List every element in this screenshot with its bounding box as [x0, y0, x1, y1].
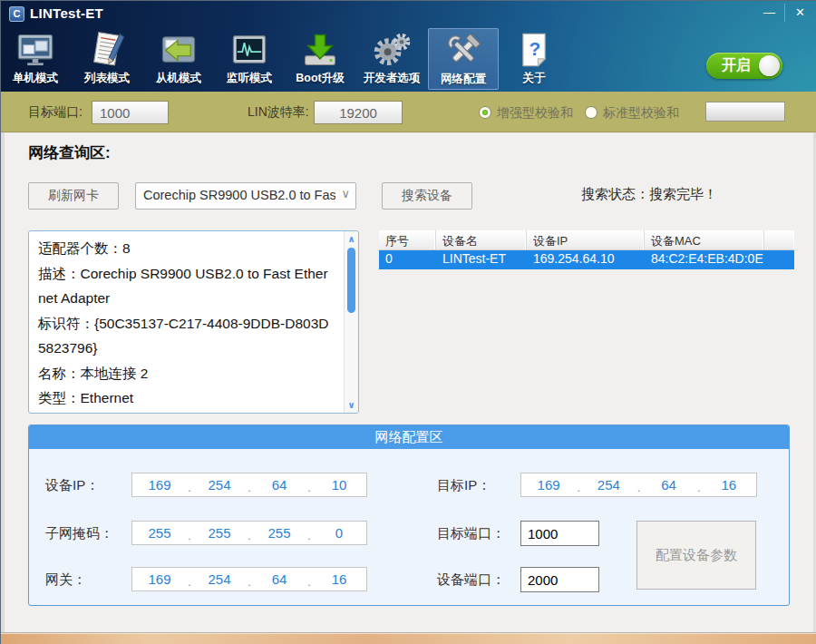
monitor-icon — [15, 30, 55, 70]
wrench-hammer-icon — [443, 31, 483, 71]
svg-text:?: ? — [529, 38, 541, 59]
toolbar-item-developer-options[interactable]: 开发者选项 — [356, 28, 427, 90]
toolbar-item-listen-mode[interactable]: 监听模式 — [214, 28, 285, 90]
info-line: 地址：84:C2:E4:EB:4D:0E — [38, 411, 334, 415]
device-port-input[interactable] — [520, 567, 599, 592]
column-header-device-mac[interactable]: 设备MAC — [645, 230, 764, 249]
column-header-spacer — [764, 230, 794, 249]
column-header-index[interactable]: 序号 — [379, 230, 436, 249]
parameter-bar: 目标端口: LIN波特率: 增强型校验和 标准型校验和 — [1, 92, 816, 132]
info-line: 名称：本地连接 2 — [38, 361, 334, 386]
scroll-down-icon[interactable]: ∨ — [345, 398, 358, 412]
download-drive-icon — [300, 30, 340, 70]
toolbar-item-network-config[interactable]: 网络配置 — [428, 28, 499, 90]
scrollbar-thumb[interactable] — [347, 248, 355, 313]
window-back-arrow-icon — [159, 30, 199, 70]
network-config-panel: 网络配置区 设备IP： 169.254.64.10 子网掩码： 255.255.… — [28, 424, 790, 606]
config-target-port-label: 目标端口： — [437, 525, 505, 542]
top-bar: C LINTest-ET — ✕ 单机模式 — [1, 1, 816, 92]
scroll-up-icon[interactable]: ∧ — [345, 232, 358, 246]
list-notes-icon — [87, 30, 127, 70]
config-panel-title: 网络配置区 — [29, 425, 789, 449]
gateway-field[interactable]: 169.254.64.16 — [131, 567, 367, 591]
search-status-text: 搜索状态：搜索完毕！ — [581, 186, 717, 203]
close-icon[interactable]: ✕ — [785, 1, 815, 25]
target-ip-label: 目标IP： — [437, 477, 491, 494]
target-port-input[interactable] — [92, 101, 169, 124]
device-ip-field[interactable]: 169.254.64.10 — [131, 473, 367, 497]
toolbar-item-list-mode[interactable]: 列表模式 — [72, 28, 142, 90]
info-line: 标识符：{50C35137-C217-4408-9DDB-D803D582379… — [38, 311, 334, 361]
window-controls: — ✕ — [754, 1, 815, 25]
apply-config-button[interactable]: 配置设备参数 — [636, 521, 756, 590]
window-title: LINTest-ET — [30, 5, 103, 21]
bottom-strip — [1, 632, 816, 644]
standard-checksum-label: 标准型校验和 — [603, 105, 679, 122]
toolbar-item-single-mode[interactable]: 单机模式 — [0, 28, 71, 90]
toolbar-item-about[interactable]: ? 关于 — [499, 28, 569, 90]
adapter-info-box[interactable]: 适配器个数：8 描述：Corechip SR9900 USB2.0 to Fas… — [28, 230, 359, 414]
info-line: 适配器个数：8 — [38, 236, 334, 261]
column-header-device-name[interactable]: 设备名 — [436, 230, 527, 249]
adapter-dropdown-value: Corechip SR9900 USB2.0 to Fast Ethernet … — [143, 188, 335, 202]
query-section-heading: 网络查询区: — [28, 142, 111, 163]
table-row[interactable]: 0 LINTest-ET 169.254.64.10 84:C2:E4:EB:4… — [379, 250, 794, 269]
info-line: 描述：Corechip SR9900 USB2.0 to Fast Ethern… — [38, 261, 334, 311]
vertical-scrollbar[interactable]: ∧ ∨ — [344, 231, 358, 413]
enhanced-checksum-label: 增强型校验和 — [497, 105, 573, 122]
title-bar: C LINTest-ET — ✕ — [1, 1, 816, 26]
standard-checksum-radio[interactable] — [585, 106, 597, 119]
config-target-port-input[interactable] — [520, 521, 599, 546]
toolbar-item-slave-mode[interactable]: 从机模式 — [143, 28, 214, 90]
device-table-header: 序号 设备名 设备IP 设备MAC — [379, 230, 794, 250]
adapter-dropdown[interactable]: Corechip SR9900 USB2.0 to Fast Ethernet … — [135, 182, 356, 210]
baud-rate-input[interactable] — [314, 101, 403, 124]
app-icon: C — [9, 6, 24, 22]
device-table: 序号 设备名 设备IP 设备MAC 0 LINTest-ET 169.254.6… — [379, 230, 794, 269]
device-port-label: 设备端口： — [437, 571, 505, 589]
gateway-label: 网关： — [45, 571, 86, 589]
info-line: 类型：Ethernet — [38, 385, 334, 411]
power-toggle[interactable]: 开启 — [706, 53, 782, 79]
gears-icon — [372, 30, 412, 70]
minimize-icon[interactable]: — — [754, 1, 784, 25]
progress-bar — [705, 102, 785, 122]
adapter-info-text: 适配器个数：8 描述：Corechip SR9900 USB2.0 to Fas… — [29, 231, 337, 414]
device-ip-label: 设备IP： — [45, 477, 99, 494]
power-toggle-label: 开启 — [722, 56, 751, 75]
search-devices-button[interactable]: 搜索设备 — [382, 182, 472, 210]
target-port-label: 目标端口: — [28, 104, 83, 121]
main-area: 网络查询区: 刷新网卡 Corechip SR9900 USB2.0 to Fa… — [1, 132, 816, 633]
toggle-knob — [759, 55, 780, 76]
subnet-mask-field[interactable]: 255.255.255.0 — [131, 521, 367, 545]
subnet-mask-label: 子网掩码： — [45, 525, 113, 542]
oscilloscope-icon — [229, 30, 269, 70]
target-ip-field[interactable]: 169.254.64.16 — [520, 473, 757, 497]
baud-rate-label: LIN波特率: — [248, 104, 309, 121]
app-window: C LINTest-ET — ✕ 单机模式 — [0, 0, 816, 644]
column-header-device-ip[interactable]: 设备IP — [527, 230, 645, 249]
question-page-icon: ? — [514, 30, 554, 70]
refresh-adapters-button[interactable]: 刷新网卡 — [28, 182, 119, 210]
chevron-down-icon: ∨ — [341, 187, 350, 200]
toolbar-item-boot-upgrade[interactable]: Boot升级 — [285, 28, 355, 90]
enhanced-checksum-radio[interactable] — [479, 106, 491, 119]
